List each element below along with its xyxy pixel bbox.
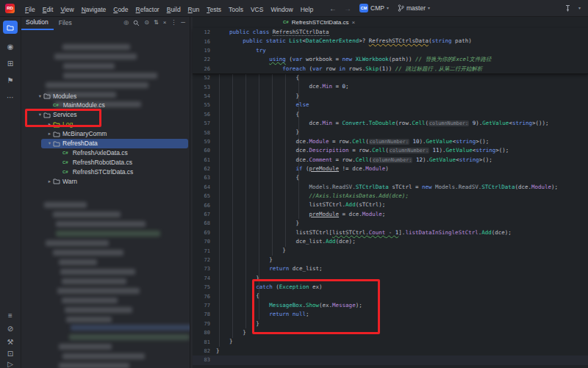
menu-view[interactable]: View xyxy=(57,6,77,13)
menu-help[interactable]: Help xyxy=(297,6,317,13)
code-line-68: 68 } xyxy=(193,219,588,228)
redacted-tree-item[interactable] xyxy=(62,44,130,50)
redacted-tree-item[interactable] xyxy=(59,344,112,350)
collapse-all-icon[interactable]: × xyxy=(163,20,167,26)
sticky-scope-lines: 12 public class RefreshSTCtrlData16 publ… xyxy=(193,28,588,74)
terminal-icon[interactable]: ≡ xyxy=(3,309,18,322)
branch-widget[interactable]: master ▾ xyxy=(395,3,433,13)
tree-item-log[interactable]: ▸Log xyxy=(46,120,73,129)
menu-file[interactable]: File xyxy=(21,6,39,13)
solution-tree[interactable]: ▾ModulesC#MainModule.cs▾Services▸Log▸McB… xyxy=(21,29,190,368)
redacted-tree-item[interactable] xyxy=(46,82,148,88)
tree-item-modules[interactable]: ▾Modules xyxy=(37,91,76,101)
csharp-file-icon: C# xyxy=(62,170,68,174)
code-line-54: 54 } xyxy=(193,92,588,101)
more-icon[interactable]: ⋮ xyxy=(171,20,176,26)
line-number: 79 xyxy=(193,321,216,327)
code-line-67: 67 preModule = dce.Module; xyxy=(193,210,588,219)
tree-item-refreshaxledata-cs[interactable]: C#RefreshAxleData.cs xyxy=(56,148,128,157)
forward-icon[interactable]: → xyxy=(342,4,354,12)
chevron-down-icon[interactable]: ▾ xyxy=(578,6,581,10)
redacted-tree-item[interactable] xyxy=(54,54,137,59)
menu-window[interactable]: Window xyxy=(267,6,296,13)
project-widget[interactable]: CM CMP ▾ xyxy=(356,2,392,14)
redacted-tree-item[interactable] xyxy=(62,297,118,303)
locate-icon[interactable]: ◎ xyxy=(123,20,129,26)
redacted-tree-item[interactable] xyxy=(65,307,132,313)
line-number: 58 xyxy=(193,130,216,136)
code-editor[interactable]: C# RefreshSTCtrlData.cs × 12 public clas… xyxy=(193,16,588,368)
csharp-file-icon: C# xyxy=(53,103,59,107)
redacted-tree-item[interactable] xyxy=(53,212,121,217)
menu-tests[interactable]: Tests xyxy=(203,6,225,13)
more-icon[interactable]: ⋯ xyxy=(3,90,18,104)
redacted-tree-item[interactable] xyxy=(69,334,190,340)
tree-item-mcbinarycomm[interactable]: ▸McBinaryComm xyxy=(46,129,107,139)
menu-navigate[interactable]: Navigate xyxy=(78,6,110,13)
csharp-file-icon: C# xyxy=(62,151,68,155)
expand-all-icon[interactable]: ⇅ xyxy=(154,20,159,26)
project-badge-icon: CM xyxy=(359,4,368,12)
search-icon[interactable] xyxy=(133,20,140,26)
topbar-right: ▾ xyxy=(564,4,588,12)
tree-chevron-icon[interactable]: ▸ xyxy=(46,178,53,184)
tree-chevron-icon[interactable]: ▸ xyxy=(46,121,53,127)
redacted-tree-item[interactable] xyxy=(46,240,109,246)
run-icon[interactable]: ▷ xyxy=(3,357,18,368)
tree-item-refreshdata[interactable]: ▾RefreshData xyxy=(46,139,98,148)
menu-run[interactable]: Run xyxy=(184,6,204,13)
back-icon[interactable]: ← xyxy=(327,4,339,12)
commit-icon[interactable]: ◉ xyxy=(3,40,18,53)
tree-chevron-icon[interactable]: ▾ xyxy=(37,93,43,99)
tool-settings-icon[interactable] xyxy=(564,4,573,12)
menu-edit[interactable]: Edit xyxy=(39,6,57,13)
redacted-tree-item[interactable] xyxy=(62,353,145,359)
close-icon[interactable]: × xyxy=(351,19,355,26)
tree-item-mainmodule-cs[interactable]: C#MainModule.cs xyxy=(46,101,105,110)
line-number: 63 xyxy=(193,175,216,181)
tab-solution[interactable]: Solution xyxy=(21,16,54,30)
tree-item-warn[interactable]: ▸Warn xyxy=(46,176,77,186)
line-number: 82 xyxy=(193,348,216,354)
scroll-from-source-icon[interactable]: ⊙ xyxy=(144,20,149,26)
tree-chevron-icon[interactable]: ▾ xyxy=(37,112,43,118)
redacted-tree-item[interactable] xyxy=(56,221,146,227)
menu-items: FileEditViewNavigateCodeRefactorBuildRun… xyxy=(21,1,317,15)
redacted-tree-item[interactable] xyxy=(59,363,129,368)
redacted-tree-item[interactable] xyxy=(62,278,126,284)
bookmarks-icon[interactable]: ⚑ xyxy=(3,73,18,87)
solution-icon[interactable] xyxy=(3,21,18,34)
redacted-tree-item[interactable] xyxy=(59,259,97,265)
structure-icon[interactable]: ⊞ xyxy=(3,57,18,70)
redacted-tree-item[interactable] xyxy=(56,231,160,237)
tree-chevron-icon[interactable]: ▸ xyxy=(46,131,53,137)
tree-item-label: McBinaryComm xyxy=(62,130,107,137)
tree-item-refreshrobotdata-cs[interactable]: C#RefreshRobotData.cs xyxy=(56,157,132,167)
tree-item-refreshstctrldata-cs[interactable]: C#RefreshSTCtrlData.cs xyxy=(56,167,133,176)
tab-files[interactable]: Files xyxy=(54,17,77,29)
redacted-tree-item[interactable] xyxy=(66,317,112,322)
menu-refactor[interactable]: Refactor xyxy=(132,6,163,13)
hide-icon[interactable]: ─ xyxy=(181,20,185,26)
nav-widgets: ← → CM CMP ▾ master ▾ xyxy=(327,2,433,14)
redacted-tree-item[interactable] xyxy=(53,250,123,256)
code-line-66: 66 listSTCtrl.Add(sTCtrl); xyxy=(193,201,588,209)
tree-chevron-icon[interactable]: ▾ xyxy=(46,140,53,146)
redacted-tree-item[interactable] xyxy=(71,325,190,331)
solution-panel: Solution Files ◎⊙⇅×⋮─ ▾ModulesC#MainModu… xyxy=(21,16,190,368)
menu-build[interactable]: Build xyxy=(163,6,184,13)
tree-item-label: Modules xyxy=(53,93,76,100)
redacted-tree-item[interactable] xyxy=(57,288,140,294)
redacted-tree-item[interactable] xyxy=(60,269,135,275)
line-number: 75 xyxy=(193,284,216,290)
redacted-tree-item[interactable] xyxy=(44,202,87,208)
tree-item-label: MainModule.cs xyxy=(63,101,105,109)
menu-tools[interactable]: Tools xyxy=(225,6,247,13)
profiler-icon[interactable]: ⊘ xyxy=(3,322,18,335)
tree-item-services[interactable]: ▾Services xyxy=(37,110,77,120)
menu-vcs[interactable]: VCS xyxy=(247,6,267,13)
editor-tab-bar: C# RefreshSTCtrlData.cs × xyxy=(193,16,588,28)
redacted-tree-item[interactable] xyxy=(63,63,115,69)
redacted-tree-item[interactable] xyxy=(63,73,157,79)
menu-code[interactable]: Code xyxy=(110,6,132,13)
